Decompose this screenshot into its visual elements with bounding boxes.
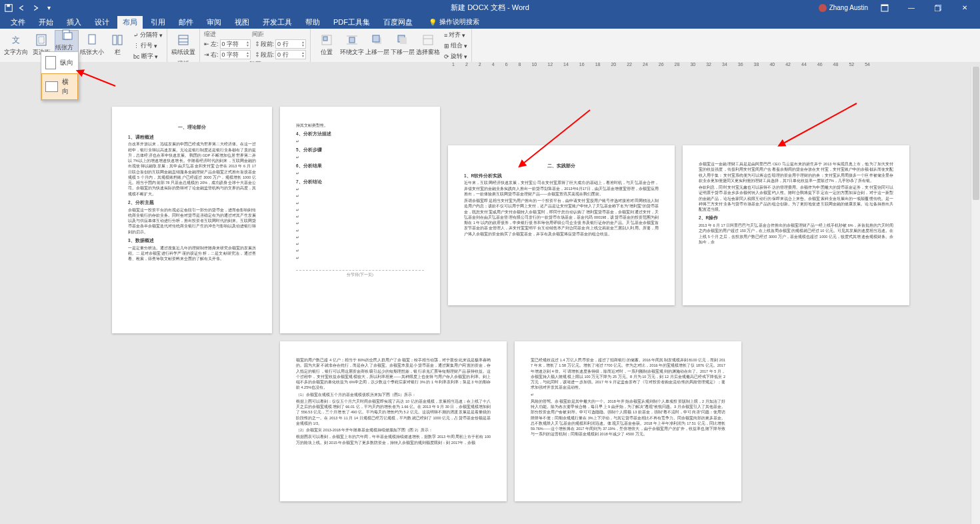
svg-rect-10 xyxy=(64,33,72,39)
save-icon[interactable] xyxy=(4,3,13,13)
indent-title: 缩进 xyxy=(204,30,216,39)
size-icon xyxy=(85,33,99,47)
p5-t4: （2）余额宝至 2013-2018 年开年随单基金规模持续健腊如下图（图 2）所… xyxy=(296,427,491,433)
size-button[interactable]: 纸张大小 xyxy=(80,30,104,59)
p3-t2: 所谓余额宝即是相当支付宝为用户推出的一个投资平台，由申请支付宝授用户账号作选对接… xyxy=(464,198,659,237)
tell-me-search[interactable]: 💡操作说明搜索 xyxy=(429,17,479,27)
p3-s1: 1、R软件分析实践 xyxy=(464,173,659,179)
tab-view[interactable]: 视图 xyxy=(229,16,255,29)
tab-review[interactable]: 审阅 xyxy=(201,16,227,29)
selection-pane-button[interactable]: 选择窗格 xyxy=(416,30,440,59)
group-button[interactable]: ⊞组合 ▾ xyxy=(444,41,467,50)
columns-button[interactable]: 栏 xyxy=(105,30,129,59)
tab-help[interactable]: 帮助 xyxy=(300,16,325,29)
rotate-button[interactable]: ⟳旋转 ▾ xyxy=(444,52,467,61)
hyphenation-button[interactable]: bc断字 ▾ xyxy=(133,52,163,61)
orientation-icon xyxy=(60,29,73,42)
page-1[interactable]: 一、理论部分 1、课程概述 自改革开放以来，迅猛发展的中国已经成为世界第二大经济… xyxy=(112,107,272,333)
position-button[interactable]: 位置 xyxy=(315,30,339,59)
indent-left-input[interactable]: 0 字符▴▾ xyxy=(220,39,251,49)
spacing-before-icon: ‡ xyxy=(256,41,259,47)
align-button[interactable]: ≡对齐 ▾ xyxy=(444,31,467,39)
rotate-icon: ⟳ xyxy=(444,53,449,60)
undo-icon[interactable] xyxy=(17,3,27,13)
p5-t1: 额宝的用户数已超 4 亿户；相当于 80%的全民人群用户了余额宝；纷手相当动荡，… xyxy=(296,357,491,391)
page-5[interactable]: 额宝的用户数已超 4 亿户；相当于 80%的全民人群用户了余额宝；纷手相当动荡，… xyxy=(280,341,507,501)
p1-s1: 1、课程概述 xyxy=(128,134,256,141)
redo-icon[interactable] xyxy=(31,3,40,13)
bring-forward-button[interactable]: 上移一层 xyxy=(365,30,389,59)
line-numbers-button[interactable]: ⋮行号 ▾ xyxy=(133,41,163,50)
breaks-button[interactable]: ⤶分隔符 ▾ xyxy=(133,31,163,39)
send-backward-button[interactable]: 下移一层 xyxy=(391,30,415,59)
scrollbar-thumb[interactable] xyxy=(973,67,979,200)
indent-right-input[interactable]: 0 字符▴▾ xyxy=(220,50,251,59)
p1-s2: 2、分析主题 xyxy=(128,199,256,206)
indent-right-icon: ⇥ xyxy=(204,51,209,58)
p2-l1: 4、分析方法描述 xyxy=(296,131,424,137)
group-icon: ⊞ xyxy=(444,43,449,49)
svg-rect-8 xyxy=(39,37,44,43)
spacing-after-input[interactable]: 0 行▴▾ xyxy=(275,50,306,59)
orientation-portrait[interactable]: 纵向 xyxy=(41,52,78,73)
svg-rect-3 xyxy=(881,5,888,6)
p4-t3: 2013 年 6 月 17 日阿里巴巴与天弘基金合作推出的余额宝理财产品一经上线… xyxy=(699,223,893,245)
svg-rect-18 xyxy=(323,37,327,41)
svg-rect-23 xyxy=(373,35,379,42)
svg-rect-25 xyxy=(400,37,407,44)
lines-icon: ⋮ xyxy=(133,43,139,49)
user-badge[interactable]: Zhang Austin xyxy=(819,4,868,12)
position-icon xyxy=(320,33,333,47)
p3-t1: 近年来，互联网经济快速发展，支付宝公司在支付宝原得了巨大成功的基础上，看准时机，… xyxy=(464,180,659,197)
tab-design[interactable]: 设计 xyxy=(89,16,115,29)
text-direction-button[interactable]: 文 文字方向 xyxy=(4,30,28,59)
p5-t2: （1）余额宝在规模五个月的基金规模债权历来如下图（图1）所示： xyxy=(296,392,491,397)
text-direction-icon: 文 xyxy=(9,33,23,47)
p6-t1: 宝已经规收说过 1.4 万亿人民币资金，超过了招商银行的储蓄。2016 年间其制… xyxy=(531,357,725,391)
minimize-icon[interactable]: — xyxy=(901,2,921,14)
page-2[interactable]: 持其文献类型性。 4、分析方法描述 ↵ 5、分析步骤 ↵ 6、分析结果 ↵ 7、… xyxy=(280,107,440,333)
page-6[interactable]: 宝已经规收说过 1.4 万亿人民币资金，超过了招商银行的储蓄。2016 年间其制… xyxy=(515,341,741,501)
close-icon[interactable]: ✕ xyxy=(955,2,975,14)
p1-text3: 一是定量分析法。通过搜集近几年的理财制作随身来研究余额宝的发展历程。二是对余额宝… xyxy=(128,245,256,262)
page-3[interactable]: 二、实践部分 1、R软件分析实践 近年来，互联网经济快速发展，支付宝公司在支付宝… xyxy=(448,145,675,305)
p2-l2: 5、分析步骤 xyxy=(296,147,424,153)
svg-rect-14 xyxy=(179,35,188,45)
vertical-scrollbar[interactable] xyxy=(971,67,980,524)
p5-t5: 根据图表可以看到，余额宝上市的六年间，年半基金规模持续健速增长，据数字 2013… xyxy=(296,434,491,445)
svg-line-31 xyxy=(523,110,590,163)
svg-rect-7 xyxy=(37,35,46,45)
restore-icon[interactable] xyxy=(928,2,948,14)
tab-pdf[interactable]: PDF工具集 xyxy=(328,16,375,29)
tab-mailings[interactable]: 邮件 xyxy=(173,16,199,29)
p2-l3: 6、分析结果 xyxy=(296,163,424,169)
svg-rect-5 xyxy=(935,6,940,11)
orientation-landscape[interactable]: 横向 xyxy=(41,73,78,100)
annotation-arrow-3 xyxy=(780,100,860,149)
manuscript-button[interactable]: 稿纸设置 xyxy=(171,30,195,59)
p6-t2: 风险的管驾。余额宝款是其中最大的一个。2018 年开始余额宝从规则制个人单项投资… xyxy=(531,399,725,437)
select-pane-icon xyxy=(421,33,435,47)
p4-s2: 2、R操作 xyxy=(699,215,893,221)
document-title: 新建 DOCX 文档 - Word xyxy=(451,3,529,13)
svg-rect-1 xyxy=(7,4,9,7)
p1-text: 自改革开放以来，迅猛发展的中国已经成为世界第二大经济体。在这一过程中，银行业得以… xyxy=(128,141,256,197)
annotation-arrow-2 xyxy=(520,107,593,169)
svg-text:文: 文 xyxy=(12,35,20,45)
qat-more-icon[interactable]: ▾ xyxy=(44,3,53,13)
ribbon-options-icon[interactable] xyxy=(875,2,895,14)
tab-layout[interactable]: 布局 xyxy=(117,16,143,29)
tab-insert[interactable]: 插入 xyxy=(61,16,87,29)
page-4[interactable]: 余额宝这一金融理财工具是是由阿里巴巴 CEO 马云提出来的诞生并于 2013 年… xyxy=(683,145,909,305)
tab-home[interactable]: 开始 xyxy=(33,16,59,29)
tab-references[interactable]: 引用 xyxy=(145,16,171,29)
wrap-text-button[interactable]: 环绕文字 xyxy=(340,30,364,59)
backward-icon xyxy=(396,33,409,47)
p2-l4: 7、分析结论 xyxy=(296,179,424,185)
tab-baidu[interactable]: 百度网盘 xyxy=(378,16,418,29)
section-break: 分节符(下一页) xyxy=(296,270,424,278)
spacing-before-input[interactable]: 0 行▴▾ xyxy=(275,39,306,49)
tab-developer[interactable]: 开发工具 xyxy=(257,16,297,29)
svg-rect-26 xyxy=(423,35,433,45)
tab-file[interactable]: 文件 xyxy=(5,16,31,29)
